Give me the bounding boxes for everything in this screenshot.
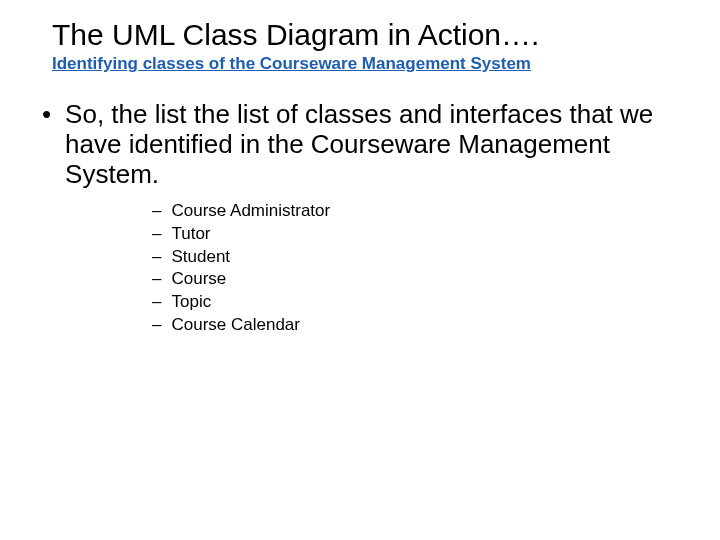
dash-icon: – [152,268,161,291]
list-item: – Course Administrator [152,200,680,223]
slide-title: The UML Class Diagram in Action…. [52,18,680,52]
list-item-label: Tutor [171,223,210,246]
dash-icon: – [152,314,161,337]
dash-icon: – [152,223,161,246]
list-item-label: Student [171,246,230,269]
list-item-label: Course Administrator [171,200,330,223]
list-item: – Topic [152,291,680,314]
dash-icon: – [152,291,161,314]
main-bullet-text: So, the list the list of classes and int… [65,100,680,190]
slide-subtitle: Identifying classes of the Courseware Ma… [52,54,680,74]
list-item-label: Topic [171,291,211,314]
dash-icon: – [152,246,161,269]
list-item: – Course Calendar [152,314,680,337]
list-item-label: Course [171,268,226,291]
list-item: – Course [152,268,680,291]
bullet-marker: • [42,100,51,190]
list-item: – Student [152,246,680,269]
list-item-label: Course Calendar [171,314,300,337]
list-item: – Tutor [152,223,680,246]
class-list: – Course Administrator – Tutor – Student… [152,200,680,338]
main-bullet: • So, the list the list of classes and i… [40,100,680,190]
dash-icon: – [152,200,161,223]
